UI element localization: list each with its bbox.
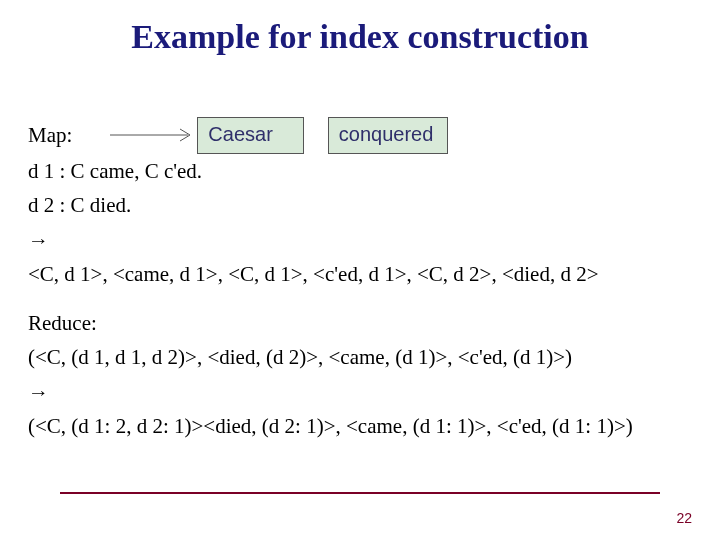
reduce-input: (<C, (d 1, d 1, d 2)>, <died, (d 2)>, <c… <box>28 342 692 372</box>
map-pairs: <C, d 1>, <came, d 1>, <C, d 1>, <c'ed, … <box>28 259 692 289</box>
gap <box>28 294 692 308</box>
slide-title: Example for index construction <box>0 18 720 56</box>
highlight-caesar: Caesar <box>197 117 303 154</box>
page-number: 22 <box>676 510 692 526</box>
reduce-arrow: → <box>28 377 692 407</box>
map-d1: d 1 : C came, C c'ed. <box>28 156 692 186</box>
map-label: Map: <box>28 120 72 150</box>
reduce-label: Reduce: <box>28 308 692 338</box>
highlight-conquered: conquered <box>328 117 449 154</box>
slide-body: Map: Caesar conquered d 1 : C came, C c'… <box>28 118 692 446</box>
map-arrow: → <box>28 225 692 255</box>
map-row: Map: Caesar conquered <box>28 118 692 152</box>
slide: Example for index construction Map: Caes… <box>0 0 720 540</box>
reduce-output: (<C, (d 1: 2, d 2: 1)><died, (d 2: 1)>, … <box>28 411 692 441</box>
footer-rule <box>60 492 660 494</box>
map-d2: d 2 : C died. <box>28 190 692 220</box>
arrow-icon <box>108 125 198 145</box>
